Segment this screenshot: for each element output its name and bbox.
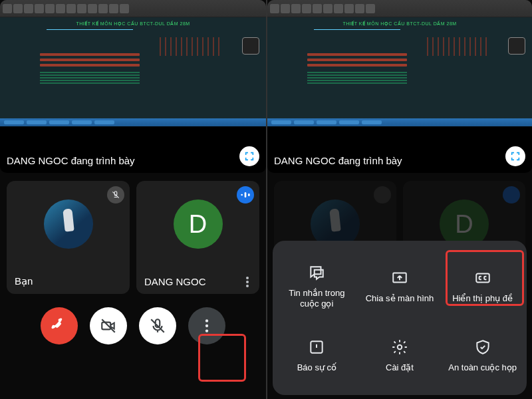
sheet-chat[interactable]: Tin nhắn trong cuộc gọi [277, 253, 357, 319]
svg-rect-1 [245, 192, 247, 198]
presentation-area: THIẾT KẾ MÔN HỌC CẦU BTCT-DUL DẦM 28M DA… [267, 0, 532, 173]
settings-icon [391, 338, 408, 356]
svg-point-7 [205, 319, 208, 322]
fullscreen-icon [244, 151, 255, 162]
tile-menu-button[interactable] [241, 275, 254, 289]
tile-participant[interactable]: D DANG NGOC [136, 181, 259, 294]
mic-active-badge [237, 186, 254, 203]
mic-muted-badge [107, 186, 124, 203]
cc-icon [474, 269, 491, 287]
shared-screen-content: THIẾT KẾ MÔN HỌC CẦU BTCT-DUL DẦM 28M [0, 0, 266, 126]
svg-point-13 [398, 345, 402, 350]
sheet-label: Hiển thị phụ đề [452, 293, 513, 304]
sheet-settings[interactable]: Cài đặt [360, 322, 440, 388]
shared-screen-content: THIẾT KẾ MÔN HỌC CẦU BTCT-DUL DẦM 28M [267, 0, 532, 126]
participant-tiles: Bạn D DANG NGOC [0, 173, 266, 294]
mic-off-button[interactable] [139, 307, 176, 344]
fullscreen-button[interactable] [505, 146, 525, 166]
avatar [44, 200, 93, 249]
svg-rect-0 [241, 194, 243, 196]
avatar: D [174, 200, 223, 249]
sheet-label: Cài đặt [386, 362, 414, 373]
pane-left: THIẾT KẾ MÔN HỌC CẦU BTCT-DUL DẦM 28M DA… [0, 0, 266, 399]
sheet-captions[interactable]: Hiển thị phụ đề [442, 253, 523, 319]
sheet-label: Báo sự cố [297, 362, 336, 373]
sheet-safety[interactable]: An toàn cuộc họp [442, 322, 523, 388]
tile-name: Bạn [15, 275, 33, 287]
cad-ribbon [0, 0, 266, 17]
cad-canvas: THIẾT KẾ MÔN HỌC CẦU BTCT-DUL DẦM 28M [0, 17, 266, 118]
svg-point-5 [246, 285, 249, 287]
svg-point-8 [205, 325, 208, 327]
cad-statusbar [0, 118, 266, 126]
hangup-button[interactable] [41, 307, 78, 344]
phone-hangup-icon [51, 317, 68, 334]
svg-rect-11 [476, 273, 489, 282]
pane-right: THIẾT KẾ MÔN HỌC CẦU BTCT-DUL DẦM 28M DA… [266, 0, 532, 399]
fullscreen-icon [510, 151, 521, 162]
presentation-area: THIẾT KẾ MÔN HỌC CẦU BTCT-DUL DẦM 28M DA… [0, 0, 266, 173]
sheet-label: An toàn cuộc họp [448, 362, 517, 373]
sheet-share-screen[interactable]: Chia sẻ màn hình [360, 253, 440, 319]
mic-off-icon [149, 317, 166, 334]
svg-point-3 [246, 277, 249, 279]
sheet-label: Chia sẻ màn hình [366, 293, 434, 304]
presenting-label: DANG NGOC đang trình bày [7, 155, 135, 166]
sheet-report[interactable]: Báo sự cố [277, 322, 357, 388]
more-options-button[interactable] [188, 307, 225, 344]
call-controls [0, 294, 266, 354]
tile-self[interactable]: Bạn [7, 181, 130, 294]
camera-off-icon [100, 317, 117, 334]
report-icon [308, 338, 325, 356]
drawing-title: THIẾT KẾ MÔN HỌC CẦU BTCT-DUL DẦM 28M [76, 21, 190, 27]
sheet-label: Tin nhắn trong cuộc gọi [281, 288, 353, 310]
tile-name: DANG NGOC [144, 276, 206, 287]
svg-point-4 [246, 281, 249, 283]
chat-icon [308, 264, 325, 281]
share-screen-icon [391, 269, 408, 287]
more-vert-icon [198, 317, 215, 334]
viewcube-icon [242, 37, 259, 55]
fullscreen-button[interactable] [239, 146, 259, 166]
svg-point-9 [205, 329, 208, 332]
avatar-letter: D [189, 210, 207, 239]
presenting-label: DANG NGOC đang trình bày [274, 155, 402, 166]
camera-off-button[interactable] [90, 307, 127, 344]
shield-icon [474, 338, 491, 356]
more-options-sheet: Tin nhắn trong cuộc gọi Chia sẻ màn hình… [273, 241, 527, 395]
svg-rect-2 [248, 194, 250, 196]
